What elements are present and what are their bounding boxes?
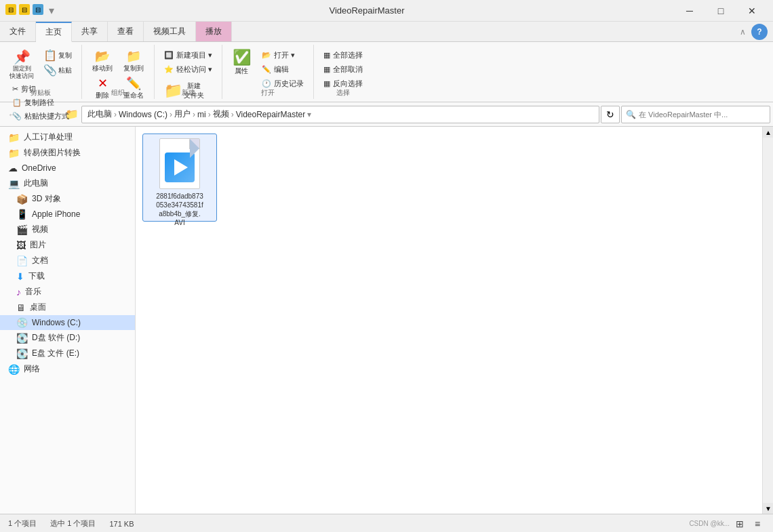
sidebar-item-label: Windows (C:) bbox=[32, 318, 81, 327]
icon-qs1[interactable]: ⊟ bbox=[5, 4, 16, 15]
tab-view[interactable]: 查看 bbox=[108, 22, 144, 41]
downloads-icon: ⬇ bbox=[16, 271, 24, 282]
copy-path-button[interactable]: 📋 复制路径 bbox=[8, 96, 73, 109]
minimize-button[interactable]: ─ bbox=[674, 0, 705, 22]
search-input[interactable] bbox=[639, 110, 766, 119]
window-controls: ─ □ ✕ bbox=[674, 0, 768, 22]
sidebar-item-downloads[interactable]: ⬇ 下载 bbox=[0, 268, 135, 284]
open-button[interactable]: 📂 打开 ▾ bbox=[258, 49, 308, 62]
search-icon: 🔍 bbox=[626, 110, 636, 119]
refresh-button[interactable]: ↻ bbox=[601, 106, 620, 123]
iphone-icon: 📱 bbox=[16, 209, 28, 220]
sidebar-item-onedrive[interactable]: ☁ OneDrive bbox=[0, 161, 135, 176]
newitem-icon: 🔲 bbox=[164, 51, 174, 60]
icon-qs3[interactable]: ⊟ bbox=[33, 4, 43, 15]
tab-playback[interactable]: 播放 bbox=[196, 22, 232, 41]
ribbon-collapse[interactable]: ∧ bbox=[740, 27, 746, 37]
sidebar-item-label: 桌面 bbox=[30, 302, 46, 313]
maximize-button[interactable]: □ bbox=[705, 0, 736, 22]
sidebar-item-documents[interactable]: 📄 文档 bbox=[0, 253, 135, 268]
copy-to-button[interactable]: 📁 复制到 bbox=[119, 49, 148, 75]
watermark: CSDN @kk... bbox=[689, 520, 730, 527]
tab-videotools[interactable]: 视频工具 bbox=[144, 22, 196, 41]
sidebar-item-3dobjects[interactable]: 📦 3D 对象 bbox=[0, 191, 135, 207]
file-size: 171 KB bbox=[109, 520, 134, 528]
paste-icon: 📎 bbox=[43, 65, 57, 76]
moveto-icon: 📂 bbox=[95, 50, 110, 62]
new-label: 新建 bbox=[155, 88, 222, 98]
edit-button[interactable]: ✏️ 编辑 bbox=[258, 63, 308, 76]
tab-share[interactable]: 共享 bbox=[72, 22, 108, 41]
properties-button[interactable]: ✅ 属性 bbox=[228, 49, 255, 90]
sidebar-item-network[interactable]: 🌐 网络 bbox=[0, 361, 135, 377]
selectnone-icon: ▦ bbox=[323, 65, 330, 74]
sidebar-item-thispc[interactable]: 💻 此电脑 bbox=[0, 176, 135, 191]
paste-button[interactable]: 📎 粘贴 bbox=[39, 64, 76, 77]
drive-c-icon: 💿 bbox=[16, 317, 28, 328]
sidebar-item-drive-d[interactable]: 💽 D盘 软件 (D:) bbox=[0, 330, 135, 346]
sidebar-item-pictures[interactable]: 🖼 图片 bbox=[0, 237, 135, 253]
status-right: CSDN @kk... ⊞ ≡ bbox=[689, 516, 765, 531]
tab-home[interactable]: 主页 bbox=[36, 22, 72, 42]
open-label: 打开 bbox=[222, 88, 313, 98]
documents-icon: 📄 bbox=[16, 255, 28, 266]
network-icon: 🌐 bbox=[8, 364, 20, 375]
sidebar-item-videos[interactable]: 🎬 视频 bbox=[0, 222, 135, 237]
easyaccess-icon: ⭐ bbox=[164, 65, 174, 74]
ribbon-group-open: ✅ 属性 📂 打开 ▾ ✏️ 编辑 🕐 历史记录 bbox=[222, 45, 314, 99]
move-to-button[interactable]: 📂 移动到 bbox=[87, 49, 117, 75]
sidebar-item-windows-c[interactable]: 💿 Windows (C:) bbox=[0, 315, 135, 330]
sidebar-item-desktop[interactable]: 🖥 桌面 bbox=[0, 300, 135, 315]
pin-button[interactable]: 📌 固定到快速访问 bbox=[5, 49, 38, 81]
status-bar: 1 个项目 选中 1 个项目 171 KB CSDN @kk... ⊞ ≡ bbox=[0, 514, 773, 532]
sidebar-item-label: D盘 软件 (D:) bbox=[32, 332, 80, 344]
select-label: 选择 bbox=[314, 88, 372, 98]
scrollbar-down-button[interactable]: ▼ bbox=[763, 503, 773, 514]
pictures-icon: 🖼 bbox=[16, 240, 26, 251]
sidebar-item-label: 下载 bbox=[28, 270, 45, 282]
new-item-button[interactable]: 🔲 新建项目 ▾ bbox=[160, 49, 216, 62]
file-item[interactable]: 2881f6dadb873053e34743581fa8bb4b_修复.AVI bbox=[142, 134, 217, 222]
file-icon bbox=[156, 138, 203, 189]
sidebar-item-label: 视频 bbox=[32, 224, 48, 235]
sidebar: 📁 人工订单处理 📁 转易侠图片转换 ☁ OneDrive 💻 此电脑 📦 3D… bbox=[0, 127, 136, 514]
content-area: 2881f6dadb873053e34743581fa8bb4b_修复.AVI bbox=[136, 127, 762, 514]
copy-icon: 📋 bbox=[43, 50, 57, 61]
copyto-icon: 📁 bbox=[126, 50, 141, 62]
ribbon-tabs: 文件 主页 共享 查看 视频工具 播放 ∧ ? bbox=[0, 22, 773, 42]
select-none-button[interactable]: ▦ 全部取消 bbox=[319, 63, 367, 76]
scrollbar-up-button[interactable]: ▲ bbox=[763, 127, 773, 138]
sidebar-item-apple-iphone[interactable]: 📱 Apple iPhone bbox=[0, 207, 135, 222]
select-all-button[interactable]: ▦ 全部选择 bbox=[319, 49, 367, 62]
sidebar-item-label: 网络 bbox=[24, 363, 40, 375]
drive-e-icon: 💽 bbox=[16, 348, 28, 359]
title-bar-icons: ⊟ ⊟ ⊟ ▾ bbox=[5, 4, 54, 17]
tab-file[interactable]: 文件 bbox=[0, 22, 36, 41]
details-view-button[interactable]: ≡ bbox=[750, 516, 765, 531]
search-box[interactable]: 🔍 bbox=[621, 106, 770, 123]
icon-qs2[interactable]: ⊟ bbox=[19, 4, 30, 15]
address-path[interactable]: 此电脑 › Windows (C:) › 用户 › mi › 视频 › Vide… bbox=[81, 106, 599, 123]
paste-shortcut-button[interactable]: 📎 粘贴快捷方式 bbox=[8, 110, 73, 123]
pasteshortcut-icon: 📎 bbox=[12, 112, 22, 121]
item-count: 1 个项目 bbox=[8, 518, 37, 529]
folder-converter-icon: 📁 bbox=[8, 148, 20, 159]
main-layout: 📁 人工订单处理 📁 转易侠图片转换 ☁ OneDrive 💻 此电脑 📦 3D… bbox=[0, 127, 773, 514]
close-button[interactable]: ✕ bbox=[736, 0, 768, 22]
organize-label: 组织 bbox=[82, 88, 154, 98]
sidebar-item-drive-e[interactable]: 💽 E盘 文件 (E:) bbox=[0, 346, 135, 361]
help-button[interactable]: ? bbox=[751, 24, 768, 40]
sidebar-item-label: OneDrive bbox=[22, 163, 56, 173]
sidebar-item-label: 图片 bbox=[30, 239, 46, 251]
history-icon: 🕐 bbox=[262, 79, 271, 88]
ribbon-content: 📌 固定到快速访问 📋 复制 📎 粘贴 ✂ 剪切 bbox=[0, 42, 773, 102]
open-icon: 📂 bbox=[262, 51, 271, 60]
clipboard-buttons: 📌 固定到快速访问 📋 复制 📎 粘贴 bbox=[5, 46, 76, 81]
easy-access-button[interactable]: ⭐ 轻松访问 ▾ bbox=[160, 63, 216, 76]
large-icons-view-button[interactable]: ⊞ bbox=[732, 516, 747, 531]
title-bar: ⊟ ⊟ ⊟ ▾ VideoRepairMaster ─ □ ✕ bbox=[0, 0, 773, 22]
sidebar-item-orders[interactable]: 📁 人工订单处理 bbox=[0, 129, 135, 145]
sidebar-item-music[interactable]: ♪ 音乐 bbox=[0, 284, 135, 300]
copy-button[interactable]: 📋 复制 bbox=[39, 49, 76, 62]
sidebar-item-converter[interactable]: 📁 转易侠图片转换 bbox=[0, 145, 135, 161]
